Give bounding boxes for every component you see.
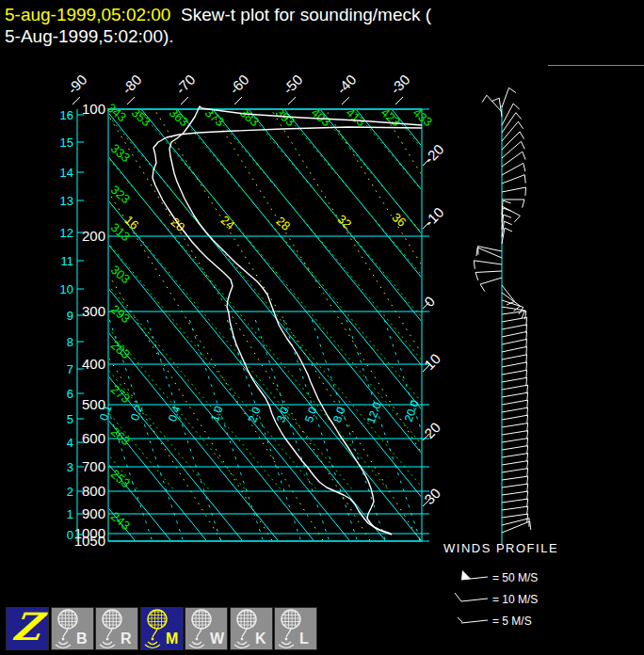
skewt-plot: 1002003004005006007008009001000105001234…: [0, 0, 644, 655]
svg-text:11: 11: [61, 254, 74, 268]
svg-text:10: 10: [421, 350, 443, 373]
svg-text:700: 700: [82, 458, 105, 474]
svg-text:M: M: [166, 631, 178, 647]
svg-text:32: 32: [335, 212, 355, 232]
svg-text:WINDS PROFILE: WINDS PROFILE: [443, 541, 558, 555]
svg-text:-70: -70: [172, 72, 198, 97]
svg-text:-40: -40: [333, 72, 359, 97]
svg-text:12.0: 12.0: [364, 400, 384, 425]
balloon-icon: R: [96, 608, 137, 649]
svg-text:9: 9: [67, 309, 73, 323]
toolbar-button-k[interactable]: K: [230, 607, 273, 650]
balloon-icon: M: [141, 608, 183, 649]
svg-text:W: W: [210, 631, 225, 647]
svg-text:8: 8: [67, 335, 73, 349]
svg-text:-50: -50: [280, 72, 305, 97]
balloon-icon: K: [231, 608, 272, 649]
svg-text:R: R: [121, 631, 132, 647]
svg-text:100: 100: [82, 101, 105, 117]
svg-text:12: 12: [60, 226, 73, 240]
svg-text:10: 10: [60, 282, 73, 296]
svg-text:-20: -20: [421, 141, 446, 167]
svg-text:= 10 M/S: = 10 M/S: [492, 593, 538, 606]
svg-text:600: 600: [82, 430, 105, 446]
svg-text:1: 1: [67, 507, 73, 521]
svg-text:2: 2: [67, 485, 73, 499]
svg-text:28: 28: [274, 214, 294, 233]
svg-text:3: 3: [67, 460, 73, 474]
svg-text:8.0: 8.0: [330, 405, 348, 424]
svg-text:900: 900: [82, 505, 105, 521]
svg-text:400: 400: [82, 356, 105, 372]
balloon-icon: B: [52, 608, 93, 649]
svg-text:7: 7: [67, 362, 73, 376]
toolbar-button-b[interactable]: B: [51, 607, 94, 650]
svg-text:303: 303: [108, 263, 133, 286]
svg-text:300: 300: [82, 303, 105, 319]
toolbar-button-m[interactable]: M: [140, 607, 184, 650]
zebra-logo-icon: Z: [10, 604, 44, 648]
svg-text:5.0: 5.0: [302, 405, 320, 424]
svg-text:5: 5: [67, 412, 73, 426]
svg-text:4: 4: [67, 436, 73, 450]
svg-text:0: 0: [67, 528, 73, 542]
svg-text:-80: -80: [119, 72, 144, 97]
svg-text:30: 30: [421, 485, 443, 507]
svg-text:= 50 M/S: = 50 M/S: [492, 571, 538, 584]
balloon-icon: L: [275, 608, 316, 649]
svg-text:800: 800: [82, 483, 105, 499]
svg-text:14: 14: [60, 166, 73, 180]
balloon-icon: W: [185, 608, 227, 649]
svg-text:6: 6: [67, 387, 73, 401]
isotherm-lines: [0, 0, 644, 655]
svg-text:36: 36: [390, 210, 410, 230]
svg-text:253: 253: [108, 467, 133, 490]
toolbar-button-r[interactable]: R: [95, 607, 138, 650]
svg-text:323: 323: [108, 183, 133, 206]
svg-text:3.0: 3.0: [274, 405, 292, 424]
svg-text:K: K: [255, 631, 266, 647]
toolbar-button-l[interactable]: L: [274, 607, 317, 650]
moist-adiabat-labels: 162024283236: [122, 210, 410, 234]
svg-text:-60: -60: [226, 72, 251, 97]
height-axis: 012345678910111213141516: [60, 108, 84, 542]
svg-text:16: 16: [60, 108, 73, 122]
svg-text:0: 0: [421, 293, 438, 310]
theta-labels: 3433533633733833934034134234333333233133…: [105, 101, 435, 533]
svg-text:2.0: 2.0: [246, 405, 264, 424]
svg-text:200: 200: [82, 228, 105, 244]
svg-text:-10: -10: [421, 204, 446, 230]
svg-text:1050: 1050: [74, 533, 105, 549]
svg-text:B: B: [76, 631, 88, 647]
svg-text:13: 13: [60, 194, 73, 208]
svg-text:15: 15: [60, 136, 73, 150]
svg-text:L: L: [299, 631, 309, 647]
svg-text:-30: -30: [387, 72, 412, 97]
toolbar-button-w[interactable]: W: [185, 607, 228, 650]
toolbar-button-z[interactable]: Z: [6, 607, 49, 650]
svg-text:20.0: 20.0: [402, 398, 422, 423]
svg-text:-90: -90: [64, 72, 89, 97]
top-temp-axis: -90-80-70-60-50-40-30: [64, 72, 412, 104]
toolbar: ZBRMWKL: [0, 607, 644, 655]
right-temp-axis: -20-100102030: [421, 141, 446, 507]
temperature-trace: [169, 106, 422, 535]
svg-text:263: 263: [108, 424, 133, 448]
wind-profile: [474, 88, 530, 544]
svg-text:293: 293: [108, 302, 133, 326]
svg-text:24: 24: [218, 213, 238, 232]
